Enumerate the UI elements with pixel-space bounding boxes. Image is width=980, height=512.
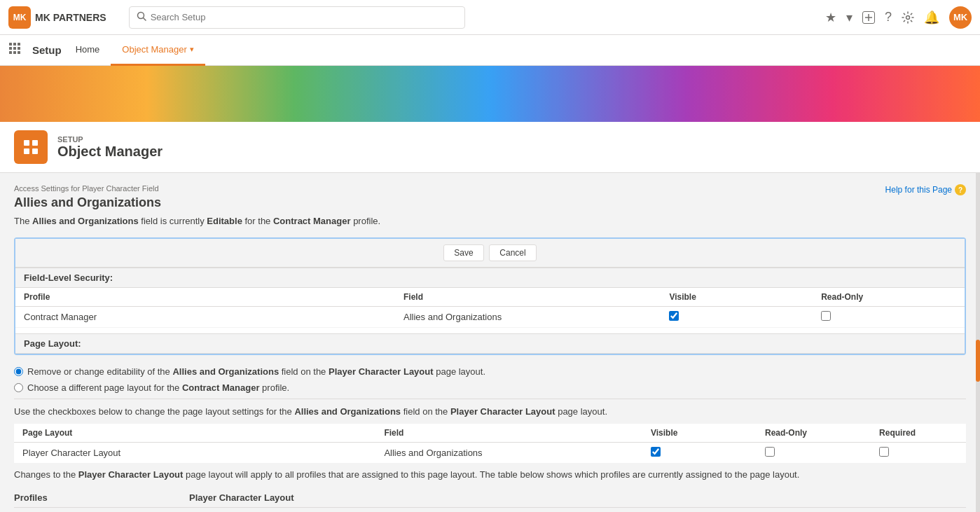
grid-icon[interactable] [8, 42, 21, 58]
setup-breadcrumb: SETUP [57, 135, 163, 144]
card-actions: Save Cancel [15, 239, 965, 268]
second-navigation: Setup Home Object Manager ▾ [0, 35, 980, 66]
field-security-header: Field-Level Security: [15, 268, 965, 288]
radio-group-1: Remove or change editability of the Alli… [14, 366, 966, 393]
svg-rect-7 [13, 43, 16, 46]
setup-header-text: SETUP Object Manager [57, 135, 163, 160]
info-text: Use the checkboxes below to change the p… [14, 406, 966, 417]
add-button[interactable] [862, 11, 875, 24]
search-icon [137, 11, 146, 23]
field-name-bold: Allies and Organizations [32, 216, 139, 226]
status-bold: Editable [207, 216, 242, 226]
radio-option-2[interactable]: Choose a different page layout for the C… [14, 382, 966, 393]
svg-rect-16 [32, 140, 38, 146]
layout-col-visible: Visible [642, 424, 757, 443]
profiles-table: Profiles Player Character Layout Analyti… [14, 488, 966, 512]
setup-title: Object Manager [57, 144, 163, 160]
profile-bold: Contract Manager [273, 216, 351, 226]
svg-rect-13 [13, 51, 16, 54]
help-icon: ? [955, 184, 966, 195]
top-navigation: MK MK PARTNERS ★ ▾ ? [0, 0, 980, 35]
cell-readonly[interactable] [757, 443, 871, 464]
layout-table: Page Layout Field Visible Read-Only Requ… [14, 424, 966, 464]
logo-icon: MK [8, 6, 31, 29]
radio1-layout: Player Character Layout [329, 366, 434, 377]
table-row: Contract Manager Allies and Organization… [15, 307, 965, 328]
tab-object-manager[interactable]: Object Manager ▾ [111, 35, 205, 66]
svg-rect-9 [9, 47, 12, 50]
radio-option-1[interactable]: Remove or change editability of the Alli… [14, 366, 966, 377]
help-link[interactable]: Help for this Page ? [885, 184, 966, 195]
main-card: Save Cancel Field-Level Security: Profil… [14, 237, 966, 355]
cell-required[interactable] [871, 443, 966, 464]
search-bar[interactable] [129, 6, 465, 29]
list-item: Analytics Cloud Integration User ✓ [14, 508, 966, 513]
chevron-down-icon: ▾ [190, 45, 194, 54]
svg-rect-10 [13, 47, 16, 50]
app-logo[interactable]: MK MK PARTNERS [8, 6, 106, 29]
readonly-checkbox[interactable] [821, 311, 831, 321]
favorites-button[interactable]: ★ [825, 10, 836, 25]
search-input[interactable] [151, 12, 457, 22]
cell-field: Allies and Organizations [375, 443, 642, 464]
save-button[interactable]: Save [443, 244, 483, 261]
setup-label: Setup [32, 44, 62, 56]
layout-col-readonly: Read-Only [757, 424, 871, 443]
layout-col-field: Field [375, 424, 642, 443]
svg-rect-18 [32, 148, 38, 154]
avatar[interactable]: MK [949, 6, 972, 29]
profile-name: Analytics Cloud Integration User [14, 508, 189, 513]
svg-rect-6 [9, 43, 12, 46]
settings-button[interactable] [902, 11, 914, 24]
layout-visible-checkbox[interactable] [651, 447, 661, 457]
svg-point-5 [906, 15, 910, 19]
cancel-button[interactable]: Cancel [489, 244, 536, 261]
col-profile: Profile [15, 288, 395, 307]
page-context: Access Settings for Player Character Fie… [14, 184, 966, 193]
svg-rect-8 [18, 43, 20, 46]
svg-rect-17 [24, 148, 29, 154]
col-readonly: Read-Only [813, 288, 965, 307]
page-title: Allies and Organizations [14, 195, 966, 210]
scroll-thumb [976, 340, 980, 382]
profile-check: ✓ [189, 508, 966, 513]
changes-note: Changes to the Player Character Layout p… [14, 469, 966, 480]
favorites-dropdown-button[interactable]: ▾ [846, 10, 853, 25]
notifications-button[interactable]: 🔔 [924, 10, 939, 25]
description-text: The Allies and Organizations field is cu… [14, 216, 966, 226]
svg-rect-14 [18, 51, 20, 54]
cell-layout: Player Character Layout [14, 443, 375, 464]
page-layout-header: Page Layout: [15, 333, 965, 354]
radio-input-1[interactable] [14, 367, 23, 376]
layout-required-checkbox[interactable] [879, 447, 889, 457]
help-button[interactable]: ? [885, 10, 892, 25]
cell-visible[interactable] [661, 307, 813, 328]
layout-readonly-checkbox[interactable] [765, 447, 775, 457]
col-field: Field [395, 288, 661, 307]
setup-icon [14, 130, 48, 164]
info-field: Allies and Organizations [294, 406, 401, 417]
svg-rect-15 [24, 140, 29, 146]
radio1-field: Allies and Organizations [172, 366, 279, 377]
changes-layout: Player Character Layout [78, 469, 184, 480]
cell-visible[interactable] [642, 443, 757, 464]
content-area: Help for this Page ? Access Settings for… [0, 173, 980, 512]
svg-line-1 [143, 18, 146, 21]
cell-field: Allies and Organizations [395, 307, 661, 328]
svg-rect-12 [9, 51, 12, 54]
profiles-col-profiles: Profiles [14, 488, 189, 508]
table-row: Player Character Layout Allies and Organ… [14, 443, 966, 464]
radio-input-2[interactable] [14, 383, 23, 392]
company-name: MK PARTNERS [35, 12, 106, 23]
radio2-profile: Contract Manager [182, 382, 260, 393]
visible-checkbox[interactable] [669, 311, 679, 321]
setup-header: SETUP Object Manager [0, 122, 980, 173]
cell-readonly[interactable] [813, 307, 965, 328]
tab-home[interactable]: Home [64, 35, 111, 66]
col-visible: Visible [661, 288, 813, 307]
field-security-table: Profile Field Visible Read-Only Contract… [15, 288, 965, 328]
profiles-col-layout: Player Character Layout [189, 488, 966, 508]
nav-actions: ★ ▾ ? 🔔 MK [825, 6, 972, 29]
layout-col-required: Required [871, 424, 966, 443]
scroll-indicator[interactable] [976, 173, 980, 512]
